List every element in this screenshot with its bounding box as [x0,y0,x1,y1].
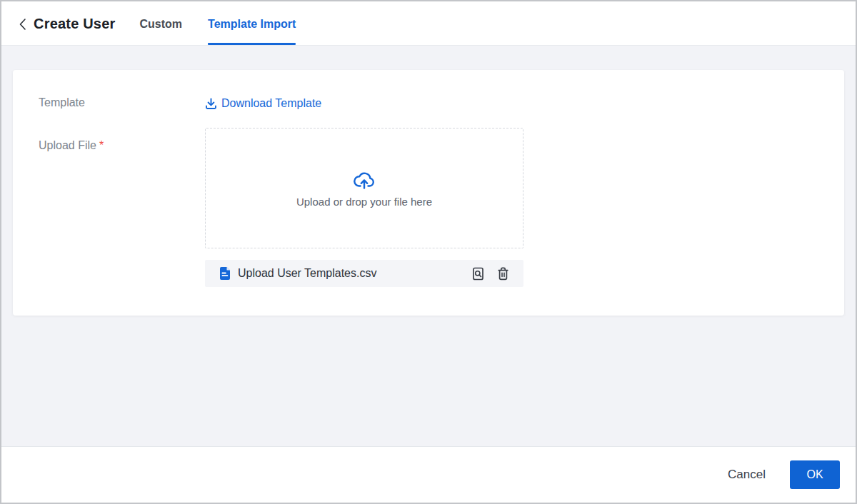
cloud-upload-icon [353,168,376,190]
tab-custom-label: Custom [140,18,183,31]
trash-icon [496,266,511,281]
tab-template-import-label: Template Import [208,18,296,31]
back-button[interactable] [19,3,34,45]
preview-file-button[interactable] [469,265,487,283]
page-body: Template Download Template Upload File* [1,46,856,446]
page-title: Create User [34,1,116,45]
chevron-left-icon [19,18,26,31]
download-icon [205,98,217,110]
upload-file-label: Upload File* [39,128,205,154]
footer-action-bar: Cancel OK [1,446,856,503]
tab-bar: Custom Template Import [140,1,296,45]
form-card: Template Download Template Upload File* [13,70,844,316]
file-icon [219,266,231,281]
template-label: Template [39,94,205,111]
tab-custom[interactable]: Custom [140,1,183,45]
dropzone-hint: Upload or drop your file here [296,196,432,208]
file-name: Upload User Templates.csv [238,267,462,280]
download-template-link[interactable]: Download Template [205,94,321,113]
ok-button[interactable]: OK [790,460,840,489]
required-asterisk: * [99,139,104,151]
tab-template-import[interactable]: Template Import [208,1,296,45]
template-row: Template Download Template [39,94,844,113]
delete-file-button[interactable] [494,265,512,283]
header: Create User Custom Template Import [1,1,856,46]
active-tab-underline [208,43,296,45]
create-user-window: Create User Custom Template Import Templ… [0,0,857,504]
file-search-icon [471,266,486,281]
upload-control: Upload or drop your file here Upload Use… [205,128,523,287]
cancel-button[interactable]: Cancel [726,463,767,486]
download-link-label: Download Template [221,94,321,113]
upload-dropzone[interactable]: Upload or drop your file here [205,128,523,248]
uploaded-file-item[interactable]: Upload User Templates.csv [205,260,523,287]
upload-file-row: Upload File* Upload or drop your file he… [39,128,844,287]
